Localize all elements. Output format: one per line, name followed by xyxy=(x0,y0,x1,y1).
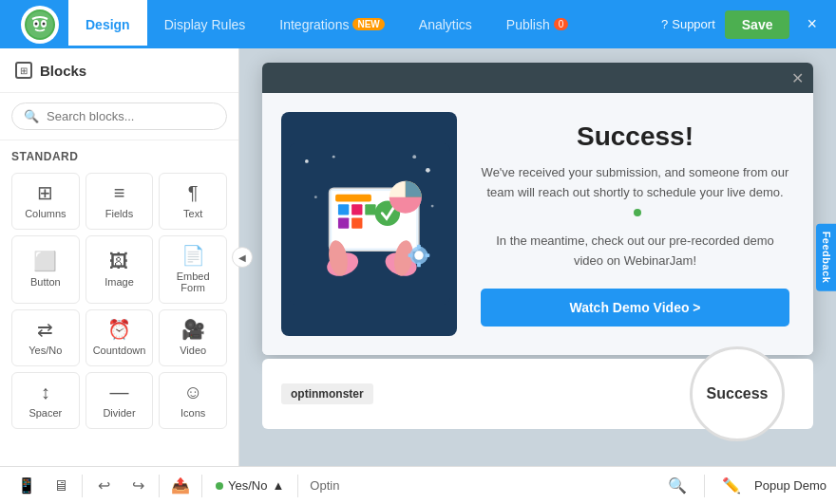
popup-bottom-bar: optinmonster Success xyxy=(262,359,813,429)
block-item-spacer[interactable]: ↕Spacer xyxy=(11,372,80,429)
mobile-view-button[interactable]: 📱 xyxy=(10,469,44,503)
button-block-icon: ⬜ xyxy=(33,252,57,271)
edit-button[interactable]: ✏️ xyxy=(714,469,749,503)
logo xyxy=(21,6,59,44)
undo-button[interactable]: ↩ xyxy=(86,469,121,503)
bottom-divider-1 xyxy=(82,475,83,497)
block-item-divider[interactable]: —Divider xyxy=(86,372,154,429)
search-icon: 🔍 xyxy=(24,109,39,123)
yesno-dot-icon xyxy=(216,482,223,490)
countdown-block-label: Countdown xyxy=(93,345,146,356)
block-item-text[interactable]: ¶Text xyxy=(159,173,227,230)
share-icon: 📤 xyxy=(171,476,190,495)
yesno-block-label: Yes/No xyxy=(28,345,62,356)
search-input[interactable] xyxy=(47,109,215,123)
search-bottom-button[interactable]: 🔍 xyxy=(660,469,694,503)
close-button[interactable]: × xyxy=(799,10,825,38)
collapse-sidebar-button[interactable]: ◀ xyxy=(232,247,253,268)
block-item-image[interactable]: 🖼Image xyxy=(86,235,154,304)
popup-text-area: Success! We've received your submission,… xyxy=(476,112,794,336)
svg-rect-16 xyxy=(352,204,362,215)
svg-rect-31 xyxy=(425,253,429,257)
block-item-button[interactable]: ⬜Button xyxy=(11,235,80,304)
popup-demo-label: Popup Demo xyxy=(754,478,826,493)
block-item-columns[interactable]: ⊞Columns xyxy=(11,173,80,230)
svg-point-4 xyxy=(43,22,46,25)
button-block-label: Button xyxy=(30,276,61,288)
tab-integrations[interactable]: Integrations NEW xyxy=(262,0,402,48)
svg-point-6 xyxy=(305,159,309,163)
blocks-grid: ⊞Columns≡Fields¶Text⬜Button🖼Image📄Embed … xyxy=(11,173,227,429)
svg-point-10 xyxy=(412,155,416,159)
svg-rect-17 xyxy=(365,204,375,215)
svg-point-11 xyxy=(332,156,334,159)
share-button[interactable]: 📤 xyxy=(163,469,198,503)
tab-design[interactable]: Design xyxy=(68,0,147,48)
search-bar: 🔍 xyxy=(0,93,238,140)
bottom-bar: 📱 🖥 ↩ ↪ 📤 Yes/No ▲ Optin 🔍 ✏️ Popup Demo xyxy=(0,466,836,504)
image-block-label: Image xyxy=(104,276,134,288)
svg-point-9 xyxy=(430,205,433,208)
desktop-view-button[interactable]: 🖥 xyxy=(44,469,78,503)
success-title: Success! xyxy=(577,121,694,152)
block-item-embed-form[interactable]: 📄Embed Form xyxy=(159,235,227,304)
tab-analytics[interactable]: Analytics xyxy=(402,0,489,48)
divider-block-label: Divider xyxy=(103,407,135,419)
popup-illustration xyxy=(289,143,450,305)
sidebar-header: ⊞ Blocks xyxy=(0,48,238,93)
success-circle: Success xyxy=(690,346,785,441)
svg-rect-15 xyxy=(337,204,348,215)
search-bottom-icon: 🔍 xyxy=(668,476,687,495)
success-body-1: We've received your submission, and some… xyxy=(481,163,789,222)
text-block-label: Text xyxy=(183,208,202,219)
tab-publish[interactable]: Publish 0 xyxy=(489,0,585,48)
image-block-icon: 🖼 xyxy=(109,252,128,271)
bottom-divider-3 xyxy=(201,475,202,497)
success-body-2: In the meantime, check out our pre-recor… xyxy=(481,232,789,271)
sidebar-title: Blocks xyxy=(40,63,86,79)
columns-block-label: Columns xyxy=(25,208,66,219)
bottom-right-area: 🔍 ✏️ Popup Demo xyxy=(660,469,826,503)
green-dot-indicator xyxy=(634,209,641,216)
block-item-video[interactable]: 🎥Video xyxy=(159,309,227,366)
bottom-divider-4 xyxy=(297,475,298,497)
sidebar: ⊞ Blocks 🔍 Standard ⊞Columns≡Fields¶Text… xyxy=(0,48,239,466)
popup-close-icon[interactable]: ✕ xyxy=(791,69,804,87)
block-item-yesno[interactable]: ⇄Yes/No xyxy=(11,309,80,366)
optin-step-label: Optin xyxy=(302,478,347,493)
svg-point-8 xyxy=(314,196,316,198)
bottom-divider-5 xyxy=(704,475,705,497)
embed-form-block-icon: 📄 xyxy=(181,246,205,265)
icons-block-label: Icons xyxy=(180,407,205,419)
nav-tabs: Design Display Rules Integrations NEW An… xyxy=(68,0,661,48)
watch-demo-button[interactable]: Watch Demo Video > xyxy=(481,289,789,327)
block-item-icons[interactable]: ☺Icons xyxy=(159,372,227,429)
svg-point-3 xyxy=(35,22,38,25)
canvas-area: Feedback ✕ xyxy=(239,48,836,466)
mobile-icon: 📱 xyxy=(17,476,36,495)
search-input-wrap: 🔍 xyxy=(11,103,227,130)
yesno-step-indicator[interactable]: Yes/No ▲ xyxy=(206,478,294,493)
save-button[interactable]: Save xyxy=(725,10,790,39)
block-item-fields[interactable]: ≡Fields xyxy=(86,173,154,230)
popup-container: ✕ xyxy=(262,63,813,355)
block-item-countdown[interactable]: ⏰Countdown xyxy=(86,309,154,366)
logo-monster-icon xyxy=(25,9,55,40)
spacer-block-icon: ↕ xyxy=(41,383,50,401)
chevron-up-icon: ▲ xyxy=(272,478,284,493)
divider-block-icon: — xyxy=(109,383,128,401)
support-button[interactable]: ? Support xyxy=(661,17,715,31)
blocks-section: Standard ⊞Columns≡Fields¶Text⬜Button🖼Ima… xyxy=(0,140,238,439)
text-block-icon: ¶ xyxy=(188,183,199,202)
tab-display-rules[interactable]: Display Rules xyxy=(147,0,263,48)
popup-top-bar: ✕ xyxy=(262,63,813,93)
columns-block-icon: ⊞ xyxy=(37,183,53,202)
redo-button[interactable]: ↪ xyxy=(121,469,155,503)
blocks-header-icon: ⊞ xyxy=(15,62,32,79)
desktop-icon: 🖥 xyxy=(53,477,68,495)
feedback-tab[interactable]: Feedback xyxy=(816,224,836,291)
fields-block-icon: ≡ xyxy=(114,183,125,202)
svg-rect-30 xyxy=(408,253,412,257)
redo-icon: ↪ xyxy=(132,476,144,495)
svg-rect-29 xyxy=(417,263,421,268)
